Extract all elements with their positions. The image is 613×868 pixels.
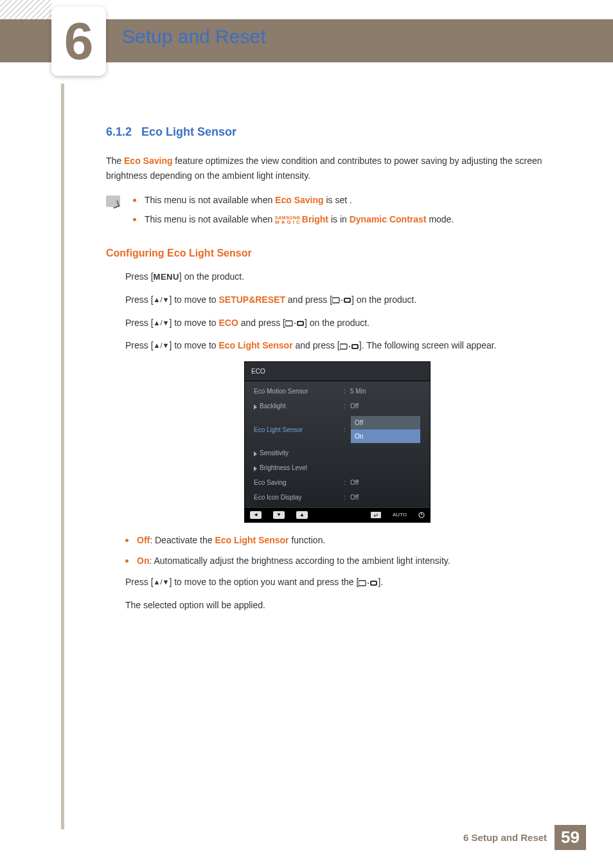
step-2: Press [▲/▼] to move to SETUP&RESET and p… xyxy=(125,293,569,308)
osd-auto-label: AUTO xyxy=(393,511,407,520)
osd-row: Brightness Level xyxy=(245,460,430,475)
section-heading: 6.1.2 Eco Light Sensor xyxy=(106,122,569,142)
osd-enter-icon xyxy=(371,512,381,518)
section-number: 6.1.2 xyxy=(106,125,132,138)
osd-row: Backlight : Off xyxy=(245,399,430,413)
text: MAGIC xyxy=(275,220,302,225)
text: Press [ xyxy=(125,577,154,587)
menu-button-label: MENU xyxy=(154,272,179,282)
text: ] to move to xyxy=(169,318,218,328)
up-down-icon: ▲/▼ xyxy=(154,339,170,352)
text: This menu is not available when xyxy=(145,214,275,224)
text: Brightness Level xyxy=(260,464,307,471)
svg-rect-14 xyxy=(371,582,376,584)
osd-row: Eco Motion Sensor : 5 Min xyxy=(245,384,430,399)
text: Press [ xyxy=(125,340,154,350)
osd-option-on: On xyxy=(351,429,420,443)
svg-rect-0 xyxy=(332,298,339,303)
text: Sensitivity xyxy=(260,449,289,457)
text: mode. xyxy=(427,214,454,224)
text: Press [ xyxy=(125,271,154,282)
osd-label: Eco Light Sensor xyxy=(254,424,344,435)
label: Off xyxy=(137,535,150,545)
link: Eco Saving xyxy=(275,195,323,205)
chapter-title: Setup and Reset xyxy=(122,26,266,48)
option-descriptions: Off: Deactivate the Eco Light Sensor fun… xyxy=(106,533,569,569)
osd-row: Sensitivity xyxy=(245,446,430,460)
enter-source-icon xyxy=(332,296,351,304)
svg-rect-8 xyxy=(353,345,357,348)
chapter-number: 6 xyxy=(64,15,94,68)
option-on: On: Automatically adjust the brightness … xyxy=(125,554,569,569)
text: ]. The following screen will appear. xyxy=(359,340,497,350)
step-4: Press [▲/▼] to move to Eco Light Sensor … xyxy=(125,338,569,354)
text: ] to move to xyxy=(169,340,218,350)
eco-saving-link: Eco Saving xyxy=(124,156,172,166)
osd-nav-down-icon: ▼ xyxy=(273,511,285,519)
osd-screenshot: ECO Eco Motion Sensor : 5 Min Backlight … xyxy=(244,361,431,523)
link: Eco Light Sensor xyxy=(215,535,289,545)
osd-label: Eco Motion Sensor xyxy=(254,386,344,397)
text: Backlight xyxy=(260,402,286,410)
label: On xyxy=(137,556,149,566)
note-item: This menu is not available when Eco Savi… xyxy=(133,193,454,208)
footer-chapter: 6 Setup and Reset xyxy=(463,832,547,843)
page-content: 6.1.2 Eco Light Sensor The Eco Saving fe… xyxy=(106,122,569,621)
osd-nav-up-icon: ▲ xyxy=(296,511,308,519)
svg-rect-2 xyxy=(345,299,350,302)
intro-paragraph: The Eco Saving feature optimizes the vie… xyxy=(106,154,569,185)
text: ] on the product. xyxy=(179,271,244,282)
note-icon xyxy=(106,195,120,207)
text: ] on the product. xyxy=(305,318,369,328)
tail-step-1: Press [▲/▼] to move to the option you wa… xyxy=(125,575,569,590)
link: SETUP&RESET xyxy=(218,294,285,305)
text: and press [ xyxy=(285,294,332,305)
text: ] to move to xyxy=(169,294,218,305)
osd-option-off: Off xyxy=(351,416,420,429)
step-3: Press [▲/▼] to move to ECO and press [] … xyxy=(125,316,569,331)
link: Bright xyxy=(302,214,328,224)
text: ]. xyxy=(378,577,383,587)
osd-options: Off On xyxy=(350,415,421,444)
triangle-right-icon xyxy=(254,404,257,410)
colon: : xyxy=(344,401,350,411)
enter-source-icon xyxy=(340,343,359,350)
text: The xyxy=(106,156,124,166)
triangle-right-icon xyxy=(254,466,257,471)
colon: : xyxy=(344,386,350,397)
chapter-badge: 6 xyxy=(51,6,106,76)
tail-step-2: The selected option will be applied. xyxy=(125,598,569,613)
sub-heading: Configuring Eco Light Sensor xyxy=(106,244,569,262)
step-1: Press [MENU] on the product. xyxy=(125,269,569,285)
samsung-magic-logo: SAMSUNGMAGIC xyxy=(275,215,302,225)
svg-rect-9 xyxy=(371,512,381,518)
osd-label: Eco Saving xyxy=(254,477,344,488)
link: ECO xyxy=(218,318,238,328)
up-down-icon: ▲/▼ xyxy=(154,576,170,588)
text: Press [ xyxy=(125,294,154,305)
osd-value: Off xyxy=(350,401,421,411)
enter-source-icon xyxy=(359,579,378,587)
side-stripe xyxy=(61,84,64,829)
osd-footer: ◄ ▼ ▲ AUTO xyxy=(245,507,430,522)
osd-label: Sensitivity xyxy=(254,448,344,458)
text: : Deactivate the xyxy=(150,535,215,545)
text: This menu is not available when xyxy=(145,195,275,205)
text: function. xyxy=(289,535,326,545)
steps-list: Press [MENU] on the product. Press [▲/▼]… xyxy=(106,269,569,354)
page-footer: 6 Setup and Reset 59 xyxy=(463,825,586,850)
osd-value: Off xyxy=(350,477,421,488)
link: Dynamic Contrast xyxy=(350,214,427,224)
text: ] on the product. xyxy=(351,294,416,305)
text: and press [ xyxy=(238,318,285,328)
osd-row-selected: Eco Light Sensor : Off On xyxy=(245,413,430,446)
osd-label: Backlight xyxy=(254,401,344,411)
text: Press [ xyxy=(125,318,154,328)
svg-rect-12 xyxy=(359,581,366,586)
text: and press [ xyxy=(293,340,340,350)
colon: : xyxy=(344,424,350,435)
text: : Automatically adjust the brightness ac… xyxy=(149,556,450,566)
colon: : xyxy=(344,492,350,503)
svg-rect-6 xyxy=(340,344,347,349)
colon: : xyxy=(344,477,350,488)
